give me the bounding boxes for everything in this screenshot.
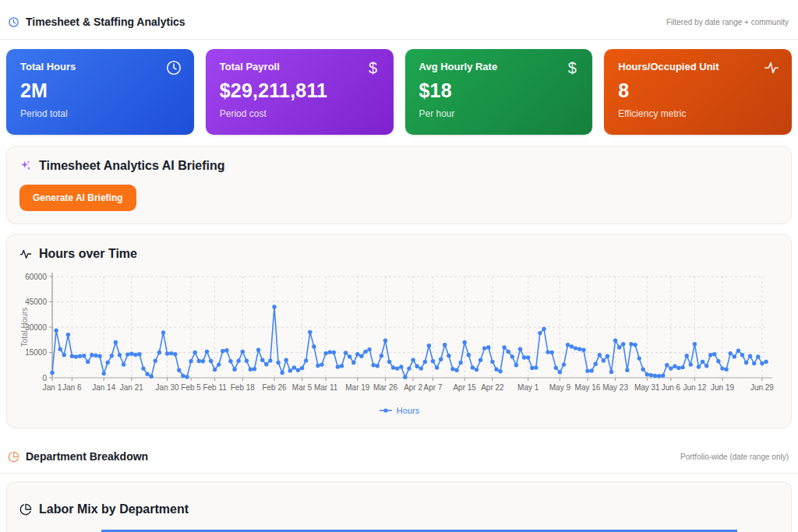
kpi-card-total-payroll: Total Payroll $29,211,811 Period cost $ bbox=[206, 49, 394, 135]
svg-text:Jun 19: Jun 19 bbox=[711, 383, 734, 392]
kpi-title: Total Hours bbox=[20, 61, 180, 72]
svg-text:Apr 15: Apr 15 bbox=[453, 383, 476, 392]
clock-icon bbox=[165, 59, 182, 76]
svg-text:May 1: May 1 bbox=[517, 383, 539, 392]
kpi-value: $18 bbox=[419, 79, 579, 102]
svg-text:45000: 45000 bbox=[25, 298, 47, 306]
svg-text:May 23: May 23 bbox=[602, 383, 628, 392]
hours-over-time-title: Hours over Time bbox=[39, 247, 137, 261]
hours-over-time-title-row: Hours over Time bbox=[19, 247, 779, 261]
svg-text:Mar 5: Mar 5 bbox=[292, 383, 312, 392]
legend-item-hours[interactable]: Hours bbox=[379, 406, 419, 415]
pie-chart-icon bbox=[8, 451, 19, 463]
kpi-subtitle: Period cost bbox=[220, 108, 380, 119]
generate-ai-briefing-button[interactable]: Generate AI Briefing bbox=[19, 185, 136, 211]
kpi-title: Total Payroll bbox=[220, 61, 380, 72]
kpi-subtitle: Period total bbox=[20, 108, 180, 119]
svg-text:Apr 7: Apr 7 bbox=[424, 383, 443, 392]
svg-text:Feb 11: Feb 11 bbox=[203, 383, 227, 392]
dollar-icon: $ bbox=[365, 59, 382, 76]
svg-text:Jun 6: Jun 6 bbox=[662, 383, 681, 392]
kpi-cards-row: Total Hours 2M Period total Total Payrol… bbox=[0, 40, 798, 139]
ai-briefing-title-row: Timesheet Analytics AI Briefing bbox=[19, 159, 779, 173]
kpi-value: $29,211,811 bbox=[220, 79, 380, 102]
svg-text:Mar 26: Mar 26 bbox=[373, 383, 398, 392]
svg-text:Feb 18: Feb 18 bbox=[231, 383, 256, 392]
hours-over-time-card: Hours over Time 015000300004500060000Jan… bbox=[6, 234, 792, 428]
activity-icon bbox=[763, 59, 780, 76]
department-breakdown-title-row: Department Breakdown bbox=[8, 450, 148, 463]
kpi-title: Hours/Occupied Unit bbox=[618, 61, 778, 72]
svg-text:Jan 1: Jan 1 bbox=[43, 383, 62, 392]
page-title: Timesheet & Staffing Analytics bbox=[26, 16, 185, 28]
svg-text:Jun 12: Jun 12 bbox=[683, 383, 706, 392]
kpi-value: 8 bbox=[618, 79, 778, 102]
legend-label: Hours bbox=[397, 406, 419, 415]
svg-text:Mar 11: Mar 11 bbox=[314, 383, 338, 392]
ai-briefing-title: Timesheet Analytics AI Briefing bbox=[39, 159, 225, 173]
kpi-subtitle: Efficiency metric bbox=[618, 108, 778, 119]
clock-icon bbox=[8, 16, 19, 28]
department-breakdown-note: Portfolio-wide (date range only) bbox=[680, 453, 789, 461]
svg-text:May 31: May 31 bbox=[634, 383, 660, 392]
svg-text:Feb 26: Feb 26 bbox=[262, 383, 287, 392]
labor-mix-title: Labor Mix by Department bbox=[39, 502, 189, 516]
labor-mix-card: Labor Mix by Department bbox=[6, 481, 792, 532]
svg-text:Total Hours: Total Hours bbox=[20, 308, 29, 347]
svg-text:Jan 6: Jan 6 bbox=[62, 383, 82, 392]
svg-text:0: 0 bbox=[42, 374, 47, 382]
svg-text:Feb 5: Feb 5 bbox=[181, 383, 201, 392]
svg-text:May 9: May 9 bbox=[549, 383, 571, 392]
chart-legend: Hours bbox=[19, 406, 779, 415]
filter-note: Filtered by date range + community bbox=[666, 18, 789, 26]
department-breakdown-header: Department Breakdown Portfolio-wide (dat… bbox=[0, 438, 798, 474]
dollar-icon: $ bbox=[563, 59, 581, 76]
svg-text:15000: 15000 bbox=[25, 348, 47, 357]
pie-chart-icon bbox=[19, 503, 32, 516]
legend-marker-icon bbox=[379, 407, 393, 414]
svg-text:Mar 19: Mar 19 bbox=[345, 383, 370, 392]
page-header: Timesheet & Staffing Analytics Filtered … bbox=[0, 0, 798, 40]
department-breakdown-title: Department Breakdown bbox=[26, 450, 148, 463]
kpi-card-hours-occupied-unit: Hours/Occupied Unit 8 Efficiency metric bbox=[604, 49, 792, 135]
svg-text:60000: 60000 bbox=[25, 273, 47, 281]
svg-text:Jan 21: Jan 21 bbox=[120, 383, 143, 392]
hours-line-chart-plot: 015000300004500060000Jan 1Jan 6Jan 14Jan… bbox=[19, 270, 780, 404]
kpi-card-total-hours: Total Hours 2M Period total bbox=[6, 49, 194, 135]
labor-mix-title-row: Labor Mix by Department bbox=[19, 502, 779, 516]
svg-text:May 16: May 16 bbox=[575, 383, 601, 392]
kpi-card-avg-hourly-rate: Avg Hourly Rate $18 Per hour $ bbox=[405, 49, 593, 135]
svg-text:Jan 30: Jan 30 bbox=[156, 383, 179, 392]
hours-line-chart: 015000300004500060000Jan 1Jan 6Jan 14Jan… bbox=[19, 270, 779, 415]
svg-text:Apr 2: Apr 2 bbox=[404, 383, 422, 392]
svg-text:Apr 22: Apr 22 bbox=[481, 383, 504, 392]
kpi-subtitle: Per hour bbox=[419, 108, 579, 119]
sparkles-icon bbox=[19, 160, 32, 172]
svg-text:Jan 14: Jan 14 bbox=[92, 383, 115, 392]
ai-briefing-card: Timesheet Analytics AI Briefing Generate… bbox=[6, 146, 792, 224]
svg-text:Jun 29: Jun 29 bbox=[750, 383, 774, 392]
kpi-title: Avg Hourly Rate bbox=[419, 61, 579, 72]
kpi-value: 2M bbox=[20, 79, 180, 102]
activity-icon bbox=[19, 248, 32, 260]
page-title-row: Timesheet & Staffing Analytics bbox=[8, 16, 185, 28]
